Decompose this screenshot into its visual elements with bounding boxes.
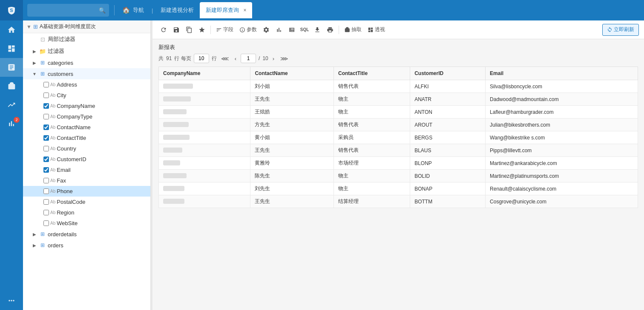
customers-expand[interactable]: ▼: [32, 71, 37, 77]
tab-pivot[interactable]: 新建透视分析: [155, 2, 200, 18]
orderdetails-expand[interactable]: ▶: [32, 231, 37, 237]
orderdetails-item[interactable]: ▶ ⊞ orderdetails: [23, 229, 150, 240]
field-postalcode[interactable]: Ab PostalCode: [23, 197, 150, 207]
nav-reports[interactable]: [0, 58, 23, 77]
local-filter-expand[interactable]: [32, 36, 37, 42]
filter-item[interactable]: ▶ 📁 过滤器: [23, 45, 150, 57]
per-page-input[interactable]: [194, 54, 209, 63]
datasource-icon: ⊞: [33, 23, 38, 30]
field-contactname[interactable]: Ab ContactName: [23, 122, 150, 133]
field-customerid-checkbox[interactable]: [43, 156, 49, 162]
field-address[interactable]: Ab Address: [23, 79, 150, 90]
field-customerid[interactable]: Ab CustomerID: [23, 154, 150, 165]
global-search-icon[interactable]: 🔍: [99, 7, 106, 14]
field-fax-checkbox[interactable]: [43, 178, 49, 183]
global-search-input[interactable]: [31, 7, 99, 13]
field-email[interactable]: Ab Email: [23, 165, 150, 175]
field-panel: ▼ ⊞ A基础资源-时间维度层次 ⊡ 局部过滤器 ▶ 📁 过滤器: [23, 20, 151, 310]
field-companytype[interactable]: Ab CompanyType: [23, 111, 150, 122]
nav-home[interactable]: [0, 20, 23, 39]
nav-charts[interactable]: 2: [0, 114, 23, 133]
cell-contacttitle: 销售代表: [334, 144, 410, 157]
field-city[interactable]: Ab City: [23, 90, 150, 101]
grid-btn[interactable]: [286, 24, 298, 36]
col-customerid[interactable]: CustomerID: [410, 67, 486, 80]
page-sep: /: [259, 55, 260, 61]
nav-analytics[interactable]: [0, 96, 23, 114]
cell-email: Silva@lisboncycle.com: [486, 80, 638, 93]
field-address-checkbox[interactable]: [43, 82, 49, 87]
field-region[interactable]: Ab Region: [23, 207, 150, 218]
save-btn[interactable]: [170, 24, 182, 36]
field-btn[interactable]: 字段: [213, 24, 236, 36]
param-btn[interactable]: 参数: [237, 24, 259, 36]
field-city-checkbox[interactable]: [43, 93, 49, 98]
field-postalcode-checkbox[interactable]: [43, 199, 49, 205]
table-row: 王先生 销售代表 BLAUS Pipps@lillevtt.com: [159, 144, 638, 157]
home-icon: 🏠: [122, 6, 130, 14]
star-btn[interactable]: [196, 24, 208, 36]
cell-contacttitle: 结算经理: [334, 195, 410, 208]
field-email-label: Email: [57, 167, 71, 173]
field-postalcode-type-icon: Ab: [50, 200, 55, 204]
field-companyname-checkbox[interactable]: [43, 103, 49, 109]
refresh-now-btn[interactable]: 立即刷新: [602, 24, 639, 36]
tab-home[interactable]: 🏠 导航: [116, 2, 150, 18]
content-area: ▼ ⊞ A基础资源-时间维度层次 ⊡ 局部过滤器 ▶ 📁 过滤器: [23, 20, 644, 310]
local-filter-item[interactable]: ⊡ 局部过滤器: [23, 33, 150, 45]
field-country[interactable]: Ab Country: [23, 143, 150, 154]
current-page-input[interactable]: [241, 54, 256, 63]
field-address-label: Address: [57, 81, 77, 88]
page-prev-btn[interactable]: ‹: [233, 55, 238, 63]
field-website-checkbox[interactable]: [43, 220, 49, 226]
orders-item[interactable]: ▶ ⊞ orders: [23, 240, 150, 251]
field-contactname-checkbox[interactable]: [43, 125, 49, 130]
sql-btn[interactable]: SQL: [299, 24, 310, 36]
cell-customerid: ANTON: [410, 106, 486, 119]
page-last-btn[interactable]: ⋙: [279, 55, 290, 63]
page-first-btn[interactable]: ⋘: [219, 55, 230, 63]
tab-close-btn[interactable]: ×: [243, 7, 246, 13]
cell-email: Julian@bikesbrothers.com: [486, 119, 638, 131]
field-companyname[interactable]: Ab CompanyName: [23, 101, 150, 111]
customers-item[interactable]: ▼ ⊞ customers: [23, 68, 150, 79]
cell-contacttitle: 采购员: [334, 131, 410, 144]
col-contactname[interactable]: ContactName: [250, 67, 334, 80]
field-phone[interactable]: Ab Phone: [23, 186, 150, 197]
field-city-type-icon: Ab: [50, 93, 55, 98]
categories-item[interactable]: ▶ ⊞ categories: [23, 57, 150, 68]
tab-adhoc[interactable]: 新建即席查询 ×: [200, 2, 252, 18]
col-contacttitle[interactable]: ContactTitle: [334, 67, 410, 80]
nav-more[interactable]: [0, 291, 23, 310]
field-fax[interactable]: Ab Fax: [23, 175, 150, 186]
field-country-checkbox[interactable]: [43, 146, 49, 151]
chart-btn[interactable]: [273, 24, 285, 36]
view-btn[interactable]: 透视: [365, 24, 388, 36]
extract-btn[interactable]: 抽取: [342, 24, 364, 36]
field-contacttitle-checkbox[interactable]: [43, 135, 49, 141]
orders-expand[interactable]: ▶: [32, 242, 37, 248]
settings-btn[interactable]: [260, 24, 272, 36]
page-next-btn[interactable]: ›: [271, 55, 276, 63]
field-phone-checkbox[interactable]: [43, 188, 49, 194]
nav-dashboard[interactable]: [0, 39, 23, 58]
filter-expand[interactable]: ▶: [32, 48, 37, 54]
total-rows-value: 91: [166, 55, 172, 61]
export-btn[interactable]: [311, 24, 323, 36]
field-companytype-checkbox[interactable]: [43, 114, 49, 119]
print-btn[interactable]: [324, 24, 336, 36]
field-region-type-icon: Ab: [50, 210, 55, 215]
cell-contacttitle: 销售代表: [334, 80, 410, 93]
data-table: CompanyName ContactName ContactTitle Cus…: [158, 67, 638, 208]
categories-expand[interactable]: ▶: [32, 60, 37, 66]
datasource-expand[interactable]: ▼: [26, 24, 32, 30]
col-companyname[interactable]: CompanyName: [159, 67, 250, 80]
field-contacttitle[interactable]: Ab ContactTitle: [23, 133, 150, 143]
field-region-checkbox[interactable]: [43, 210, 49, 215]
col-email[interactable]: Email: [486, 67, 638, 80]
refresh-btn[interactable]: [158, 24, 170, 36]
nav-data[interactable]: [0, 77, 23, 96]
field-website[interactable]: Ab WebSite: [23, 218, 150, 229]
copy-btn[interactable]: [183, 24, 195, 36]
field-email-checkbox[interactable]: [43, 167, 49, 173]
